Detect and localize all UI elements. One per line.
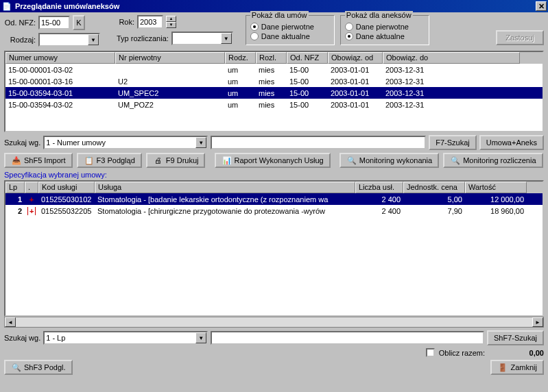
umowa-aneks-button[interactable]: Umowa+Aneks — [479, 135, 544, 150]
monitor-icon: 🔍 — [346, 155, 357, 166]
radio-icon — [345, 32, 353, 40]
umowy-legend: Pokaż dla umów — [250, 11, 309, 19]
shf7-szukaj-button[interactable]: ShF7-Szukaj — [487, 330, 544, 345]
grid1-header[interactable]: Nr pierwotny — [115, 52, 225, 64]
search2-input[interactable] — [211, 331, 484, 345]
shf3-podgl-button[interactable]: 🔍ShF3 Podgl. — [4, 360, 73, 375]
hscroll[interactable]: ◄► — [4, 317, 544, 328]
aneksy-radio-pierwotne[interactable]: Dane pierwotne — [345, 23, 425, 31]
raport-button[interactable]: 📊Raport Wykonanych Usług — [215, 153, 331, 168]
door-icon: 🚪 — [497, 362, 508, 373]
plus-icon: + — [25, 207, 38, 215]
search1-combo[interactable]: 1 - Numer umowy ▼ — [43, 136, 208, 149]
table-row[interactable]: 15-00-03594-03-02UM_POZ2ummies15-002003-… — [5, 99, 543, 110]
table-row[interactable]: 15-00-00001-03-16U2ummies15-002003-01-01… — [5, 75, 543, 87]
chevron-down-icon[interactable]: ▼ — [88, 34, 99, 45]
od-nfz-input[interactable] — [38, 16, 70, 29]
chevron-down-icon[interactable]: ▼ — [221, 33, 232, 44]
scroll-left-icon: ◄ — [5, 317, 16, 327]
print-icon: 🖨 — [153, 155, 164, 166]
rodzaj-combo[interactable]: ▼ — [38, 33, 100, 47]
od-nfz-k-button[interactable]: K — [73, 15, 85, 30]
table-row[interactable]: 15-00-00001-03-02ummies15-002003-01-0120… — [5, 64, 543, 75]
rok-spin-down[interactable]: ▼ — [166, 22, 176, 28]
f7-szukaj-button[interactable]: F7-Szukaj — [429, 135, 477, 150]
plus-icon: + — [25, 195, 38, 204]
rok-input[interactable] — [137, 15, 163, 29]
aneksy-radio-aktualne[interactable]: Dane aktualne — [345, 32, 425, 40]
import-icon: 📥 — [11, 155, 22, 166]
contracts-grid[interactable]: Numer umowyNr pierwotnyRodz.Rozl.Od. NFZ… — [4, 51, 544, 132]
typ-label: Typ rozliczania: — [117, 34, 169, 42]
search1-label: Szukaj wg. — [4, 138, 40, 147]
umowy-radio-pierwotne[interactable]: Dane pierwotne — [250, 23, 330, 31]
spec-label: Specyfikacja wybranej umowy: — [4, 171, 544, 179]
table-row[interactable]: 2+015255032205Stomatologia - [chirurgicz… — [5, 205, 543, 217]
aneksy-legend: Pokaż dla aneksów — [345, 11, 413, 19]
zastosuj-button[interactable]: Zastosuj — [496, 30, 544, 45]
spec-grid[interactable]: Lp.Kod usługiUsługaLiczba usł.Jednostk. … — [4, 180, 544, 317]
grid2-header[interactable]: Kod usługi — [38, 182, 95, 193]
aneksy-groupbox: Pokaż dla aneksów Dane pierwotne Dane ak… — [340, 15, 429, 45]
grid1-header[interactable]: Rozl. — [256, 52, 287, 64]
table-row[interactable]: 1+015255030102Stomatologia - [badanie le… — [5, 193, 543, 205]
radio-icon — [250, 32, 259, 40]
monitoring-roz-button[interactable]: 🔍Monitoring rozliczenia — [443, 153, 543, 168]
oblicz-value: 0,00 — [489, 349, 544, 357]
grid2-header[interactable]: Wartość — [465, 182, 527, 193]
umowy-radio-aktualne[interactable]: Dane aktualne — [250, 32, 330, 40]
monitoring-wyk-button[interactable]: 🔍Monitoring wykonania — [339, 153, 439, 168]
f9-drukuj-button[interactable]: 🖨F9 Drukuj — [146, 153, 206, 168]
scroll-right-icon: ► — [532, 317, 543, 327]
preview-icon: 🔍 — [11, 362, 22, 373]
grid2-header[interactable]: . — [25, 182, 38, 193]
grid1-header[interactable]: Obowiąz. do — [383, 52, 520, 64]
grid2-header[interactable]: Jednostk. cena — [403, 182, 465, 193]
preview-icon: 📋 — [84, 155, 95, 166]
grid1-header[interactable]: Od. NFZ — [287, 52, 328, 64]
radio-icon — [250, 23, 259, 31]
grid1-header[interactable]: Numer umowy — [5, 52, 115, 64]
app-icon: 📄 — [1, 1, 12, 12]
close-button[interactable]: ✕ — [536, 1, 547, 11]
od-nfz-label: Od. NFZ: — [4, 19, 36, 27]
f3-podglad-button[interactable]: 📋F3 Podgląd — [77, 153, 142, 168]
window-title: Przeglądanie umów/aneksów — [15, 2, 536, 10]
umowy-groupbox: Pokaż dla umów Dane pierwotne Dane aktua… — [246, 15, 335, 45]
chevron-down-icon[interactable]: ▼ — [195, 332, 206, 343]
chevron-down-icon[interactable]: ▼ — [195, 137, 206, 148]
shf5-import-button[interactable]: 📥ShF5 Import — [4, 153, 73, 168]
search1-input[interactable] — [211, 136, 426, 149]
grid1-header[interactable]: Rodz. — [225, 52, 256, 64]
typ-combo[interactable]: ▼ — [171, 32, 233, 45]
grid2-header[interactable]: Lp — [5, 182, 25, 193]
search2-combo[interactable]: 1 - Lp ▼ — [43, 331, 208, 345]
rodzaj-label: Rodzaj: — [4, 36, 36, 44]
monitor-icon: 🔍 — [450, 155, 461, 166]
search2-label: Szukaj wg. — [4, 334, 40, 342]
radio-icon — [345, 23, 353, 31]
rok-spin-up[interactable]: ▲ — [166, 16, 176, 22]
rok-label: Rok: — [117, 18, 134, 26]
table-row[interactable]: 15-00-03594-03-01UM_SPEC2ummies15-002003… — [5, 87, 543, 99]
oblicz-label: Oblicz razem: — [439, 349, 485, 357]
grid1-header[interactable]: Obowiąz. od — [328, 52, 383, 64]
report-icon: 📊 — [222, 155, 233, 166]
grid2-header[interactable]: Liczba usł. — [355, 182, 403, 193]
zamknij-button[interactable]: 🚪Zamknij — [490, 360, 544, 375]
oblicz-checkbox[interactable] — [426, 348, 435, 357]
grid2-header[interactable]: Usługa — [95, 182, 355, 193]
